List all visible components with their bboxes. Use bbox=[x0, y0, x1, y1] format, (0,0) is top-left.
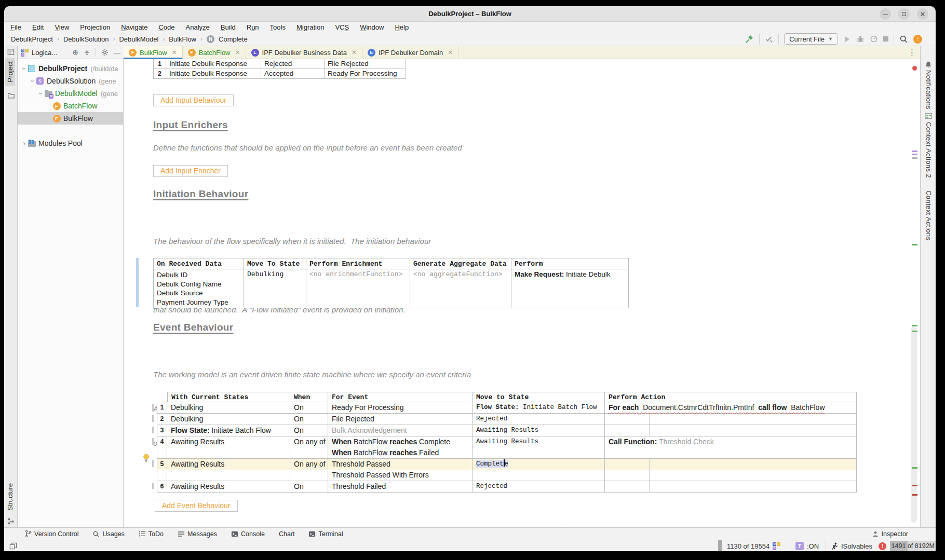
update-notification-icon[interactable]: ↑ bbox=[913, 35, 922, 44]
gear-icon[interactable] bbox=[101, 49, 109, 56]
debug-bug-icon[interactable] bbox=[856, 35, 865, 43]
typesystem-toggle[interactable]: T :ON bbox=[795, 540, 819, 551]
tab-ipf-debulker-business-data[interactable]: L IPF Debulker Business Data ✕ bbox=[246, 46, 362, 59]
build-hammer-icon[interactable] bbox=[745, 35, 754, 44]
tool-window-button-todo[interactable]: ToDo bbox=[139, 530, 164, 538]
error-count-badge[interactable]: ! bbox=[879, 540, 886, 551]
aggregate-cell[interactable]: <no aggregateFunction> bbox=[410, 269, 511, 308]
tool-window-button-project[interactable]: Project bbox=[5, 58, 15, 86]
move-to-state-cell[interactable]: Debulking bbox=[244, 269, 306, 308]
run-icon[interactable] bbox=[843, 35, 851, 43]
close-tab-icon[interactable]: ✕ bbox=[448, 49, 453, 56]
cell[interactable]: Accepted bbox=[261, 69, 325, 79]
inspect-check-icon[interactable] bbox=[765, 35, 773, 43]
menu-item-analyze[interactable]: Analyze bbox=[186, 23, 210, 31]
close-tab-icon[interactable]: ✕ bbox=[172, 49, 177, 56]
action-cell[interactable]: For each Document.CstmrCdtTrfInitn.PmtIn… bbox=[605, 402, 857, 414]
when-cell[interactable]: On bbox=[290, 425, 328, 436]
menu-item-migration[interactable]: Migration bbox=[296, 23, 324, 31]
run-configuration-select[interactable]: Current File ▼ bbox=[784, 33, 838, 45]
menu-item-view[interactable]: View bbox=[55, 23, 69, 31]
states-cell[interactable]: Awaiting Results bbox=[167, 481, 290, 493]
tree-item-bulkflow[interactable]: F BulkFlow bbox=[18, 112, 123, 125]
action-cell[interactable] bbox=[605, 481, 857, 493]
breadcrumb-current[interactable]: Complete bbox=[219, 35, 248, 43]
move-cell-selected[interactable]: Complete bbox=[473, 459, 605, 481]
action-cell[interactable] bbox=[605, 414, 857, 425]
move-cell[interactable]: Rejected bbox=[473, 414, 605, 425]
action-cell[interactable]: Call Function: Threshold Check bbox=[605, 436, 857, 459]
initiation-table[interactable]: On Received Data Move To State Perform E… bbox=[153, 258, 629, 308]
breadcrumb-item[interactable]: BulkFlow bbox=[169, 35, 196, 43]
maximize-button[interactable] bbox=[898, 8, 910, 20]
tool-window-button-console[interactable]: Console bbox=[231, 530, 265, 538]
tool-window-button-chart[interactable]: Chart bbox=[279, 530, 295, 538]
move-cell[interactable]: Awaiting Results bbox=[473, 436, 605, 459]
action-cell[interactable] bbox=[605, 425, 857, 436]
enrichment-cell[interactable]: <no enrichmentFunction> bbox=[306, 269, 410, 308]
add-event-behaviour-button[interactable]: Add Event Behaviour bbox=[155, 500, 238, 512]
tool-window-button-inspector[interactable]: Inspector bbox=[872, 530, 908, 538]
tool-window-button-terminal[interactable]: Terminal bbox=[308, 530, 343, 538]
when-cell[interactable]: On bbox=[290, 481, 328, 493]
minimize-button[interactable]: ─ bbox=[880, 8, 891, 20]
event-cell[interactable]: File Rejected bbox=[328, 414, 473, 425]
states-cell[interactable]: Debulking bbox=[167, 402, 290, 414]
menu-item-code[interactable]: Code bbox=[158, 23, 174, 31]
row-handle[interactable] bbox=[152, 427, 154, 433]
row-handle[interactable] bbox=[152, 483, 154, 489]
error-stripe-mark[interactable] bbox=[912, 66, 917, 71]
breadcrumb-item[interactable]: DebulkSolution bbox=[63, 35, 109, 43]
tool-window-button-context-actions[interactable]: Context Actions bbox=[925, 190, 933, 240]
profiler-icon[interactable] bbox=[870, 35, 878, 43]
solvables-widget[interactable]: ISolvables bbox=[831, 540, 872, 551]
intention-bulb-icon[interactable] bbox=[142, 454, 150, 462]
project-tool-icon[interactable] bbox=[7, 48, 15, 56]
menu-item-window[interactable]: Window bbox=[360, 23, 384, 31]
search-everywhere-icon[interactable] bbox=[899, 35, 908, 44]
menu-item-help[interactable]: Help bbox=[395, 23, 409, 31]
row-handle[interactable] bbox=[152, 404, 154, 411]
cell[interactable]: Initiate Debulk Response bbox=[166, 59, 261, 69]
action-cell[interactable] bbox=[605, 459, 857, 481]
row-handle[interactable] bbox=[152, 415, 154, 422]
tool-window-switcher-icon[interactable] bbox=[9, 540, 17, 551]
editor-pane[interactable]: 1 Initiate Debulk Response Rejected File… bbox=[124, 59, 920, 527]
hide-panel-icon[interactable]: — bbox=[114, 49, 120, 57]
editor-scrollbar-thumb[interactable] bbox=[911, 327, 917, 523]
folder-icon[interactable] bbox=[7, 92, 15, 99]
states-cell[interactable]: Debulking bbox=[167, 414, 290, 425]
when-cell[interactable]: On bbox=[290, 402, 328, 414]
tab-batchflow[interactable]: F BatchFlow ✕ bbox=[183, 46, 246, 59]
close-tab-icon[interactable]: ✕ bbox=[352, 49, 357, 56]
tree-item-debulkmodel[interactable]: › M DebulkModel (gene bbox=[18, 87, 123, 100]
tool-window-button-usages[interactable]: Usages bbox=[92, 530, 124, 538]
cell[interactable]: Ready For Processing bbox=[325, 69, 406, 79]
memory-indicator[interactable]: 1491 of 8192M bbox=[890, 541, 936, 551]
cell[interactable]: Initiate Debulk Response bbox=[166, 69, 261, 79]
tab-bulkflow[interactable]: F BulkFlow ✕ bbox=[124, 46, 183, 59]
tab-ipf-debulker-domain[interactable]: E IPF Debulker Domain ✕ bbox=[362, 46, 458, 59]
bre adcrumb-item[interactable]: DebulkModel bbox=[119, 35, 158, 43]
menu-item-projection[interactable]: Projection bbox=[80, 23, 110, 31]
event-cell[interactable]: Bulk Acknowledgement bbox=[328, 425, 473, 436]
tool-window-button-version-control[interactable]: Version Control bbox=[25, 530, 78, 538]
menu-item-file[interactable]: File bbox=[10, 23, 21, 31]
event-cell[interactable]: Ready For Processing bbox=[328, 402, 473, 414]
tree-item-batchflow[interactable]: F BatchFlow bbox=[18, 100, 123, 112]
collapse-all-icon[interactable] bbox=[84, 49, 90, 56]
structure-icon[interactable] bbox=[7, 517, 15, 525]
states-cell[interactable]: Awaiting Results bbox=[167, 459, 290, 481]
move-cell[interactable]: Rejected bbox=[473, 481, 605, 493]
move-cell[interactable]: Awaiting Results bbox=[473, 425, 605, 436]
when-cell[interactable]: On any of bbox=[290, 459, 328, 481]
add-input-enricher-button[interactable]: Add Input Enricher bbox=[153, 165, 228, 177]
caret-position-widget[interactable]: 1130 of 19554 DLS bbox=[727, 540, 780, 551]
event-behaviour-table[interactable]: With Current States When For Event Move … bbox=[157, 392, 857, 493]
tool-window-button-messages[interactable]: Messages bbox=[178, 530, 217, 538]
tool-window-button-notifications[interactable]: Notifications bbox=[925, 70, 933, 110]
chevron-collapsed-icon[interactable]: › bbox=[21, 139, 28, 147]
cell[interactable]: Rejected bbox=[261, 59, 325, 69]
when-cell[interactable]: On any of bbox=[290, 436, 328, 459]
locate-icon[interactable]: ⊕ bbox=[72, 48, 78, 57]
